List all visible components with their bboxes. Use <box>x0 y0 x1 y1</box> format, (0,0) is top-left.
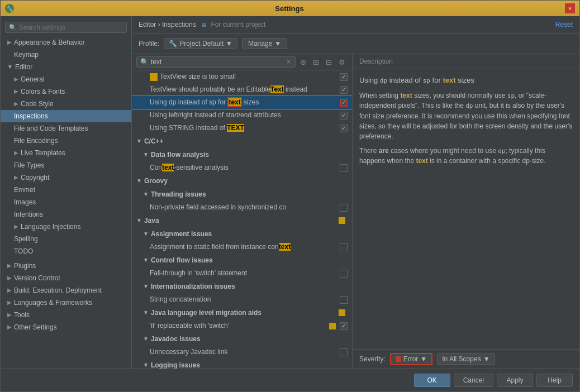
arrow-icon: ▼ <box>136 136 142 147</box>
sidebar-item-other-settings[interactable]: ▶ Other Settings <box>1 321 131 333</box>
sidebar-item-label: Copyright <box>21 173 49 183</box>
sidebar-search-input[interactable] <box>19 23 123 31</box>
filter-button[interactable]: ⊛ <box>298 57 308 68</box>
profile-dropdown[interactable]: 🔧 Project Default ▼ <box>164 38 237 49</box>
sidebar-item-editor[interactable]: ▼ Editor <box>1 61 131 73</box>
sidebar-item-languages-frameworks[interactable]: ▶ Languages & Frameworks <box>1 297 131 309</box>
apply-button[interactable]: Apply <box>497 374 533 387</box>
arrow-icon: ▶ <box>14 222 18 232</box>
category-java[interactable]: ▼ Java <box>132 214 352 227</box>
item-checkbox[interactable] <box>340 164 348 172</box>
list-item[interactable]: String concatenation <box>132 293 352 306</box>
subcategory-assignment[interactable]: ▼ Assignment issues <box>132 227 352 241</box>
item-controls <box>340 125 348 132</box>
sidebar-item-keymap[interactable]: Keymap <box>1 49 131 61</box>
sidebar-item-spelling[interactable]: Spelling <box>1 233 131 245</box>
list-item[interactable]: Assignment to static field from instance… <box>132 241 352 254</box>
list-item[interactable]: TextView size is too small <box>132 70 352 83</box>
item-checkbox[interactable] <box>340 73 348 81</box>
scope-dropdown[interactable]: In All Scopes ▼ <box>437 353 495 365</box>
item-checkbox[interactable] <box>340 243 348 251</box>
sidebar-item-label: Spelling <box>14 234 38 244</box>
subcategory-i18n[interactable]: ▼ Internationalization issues <box>132 280 352 293</box>
item-controls <box>340 243 348 251</box>
ok-button[interactable]: OK <box>414 374 450 387</box>
collapse-button[interactable]: ⊟ <box>324 57 334 68</box>
item-checkbox[interactable] <box>340 99 348 107</box>
clear-search-button[interactable]: × <box>286 58 292 66</box>
list-item[interactable]: Context-sensitive analysis <box>132 161 352 174</box>
item-text: TextView size is too small <box>160 71 236 82</box>
description-paragraph-2: There are cases where you might need to … <box>359 146 573 166</box>
list-item[interactable]: Non-private field accessed in synchroniz… <box>132 201 352 214</box>
list-item[interactable]: Fall-through in 'switch' statement <box>132 267 352 280</box>
item-checkbox[interactable] <box>340 112 348 119</box>
highlight-text: TEXT <box>227 124 244 132</box>
item-checkbox[interactable] <box>340 204 348 212</box>
sidebar-item-plugins[interactable]: ▶ Plugins <box>1 260 131 272</box>
subcategory-label: Internationalization issues <box>151 281 235 292</box>
sidebar-item-todo[interactable]: TODO <box>1 245 131 257</box>
sidebar-item-code-style[interactable]: ▶ Code Style <box>1 98 131 110</box>
description-panel: Description Using dp instead of sp for t… <box>353 54 579 369</box>
dialog-body: 🔍 ▶ Appearance & Behavior Keymap ▼ Edito… <box>1 16 579 369</box>
sidebar-item-file-types[interactable]: File Types <box>1 159 131 171</box>
subcategory-control-flow[interactable]: ▼ Control flow issues <box>132 254 352 267</box>
item-checkbox[interactable] <box>340 125 348 132</box>
item-controls <box>340 73 348 81</box>
sidebar-item-live-templates[interactable]: ▶ Live Templates <box>1 147 131 159</box>
list-item[interactable]: Using STRING instead of TEXT <box>132 122 352 135</box>
sidebar-item-label: Live Templates <box>21 148 65 158</box>
sidebar-item-colors-fonts[interactable]: ▶ Colors & Fonts <box>1 85 131 98</box>
reset-button[interactable]: Reset <box>555 21 573 28</box>
subcategory-logging[interactable]: ▼ Logging issues <box>132 358 352 369</box>
sidebar-item-file-encodings[interactable]: File Encodings <box>1 135 131 147</box>
subcategory-threading[interactable]: ▼ Threading issues <box>132 188 352 201</box>
item-controls <box>340 99 348 107</box>
sidebar-item-appearance[interactable]: ▶ Appearance & Behavior <box>1 36 131 49</box>
sidebar-item-intentions[interactable]: Intentions <box>1 208 131 221</box>
sidebar-item-general[interactable]: ▶ General <box>1 73 131 85</box>
inspections-search-box[interactable]: 🔍 × <box>136 56 296 68</box>
list-item[interactable]: Unnecessary Javadoc link <box>132 346 352 358</box>
severity-indicator <box>339 309 345 316</box>
severity-dropdown[interactable]: Error ▼ <box>390 353 433 365</box>
subcategory-java-lang-migration[interactable]: ▼ Java language level migration aids <box>132 306 352 319</box>
main-split: 🔍 × ⊛ ⊞ ⊟ ⚙ <box>132 54 579 369</box>
subcategory-data-flow[interactable]: ▼ Data flow analysis <box>132 148 352 161</box>
manage-button[interactable]: Manage ▼ <box>242 38 287 49</box>
item-checkbox[interactable] <box>340 86 348 94</box>
item-checkbox[interactable] <box>340 296 348 304</box>
sidebar-item-tools[interactable]: ▶ Tools <box>1 309 131 321</box>
sidebar-item-file-code-templates[interactable]: File and Code Templates <box>1 122 131 135</box>
sidebar-search-box[interactable]: 🔍 <box>5 22 127 33</box>
close-button[interactable]: × <box>565 3 575 13</box>
item-checkbox[interactable] <box>340 270 348 278</box>
sidebar-item-images[interactable]: Images <box>1 196 131 208</box>
sidebar-item-inspections[interactable]: Inspections <box>1 110 131 122</box>
list-item[interactable]: TextView should probably be an EditableT… <box>132 83 352 96</box>
sidebar-item-emmet[interactable]: Emmet <box>1 184 131 196</box>
item-checkbox[interactable] <box>340 322 348 330</box>
category-cplusplus[interactable]: ▼ C/C++ <box>132 135 352 148</box>
sidebar-item-language-injections[interactable]: ▶ Language Injections <box>1 221 131 233</box>
list-item-selected[interactable]: Using dp instead of sp for text sizes <box>132 96 352 109</box>
content-header: Editor › Inspections 🖥 For current proje… <box>132 16 579 34</box>
sidebar-item-build-execution[interactable]: ▶ Build, Execution, Deployment <box>1 284 131 297</box>
expand-button[interactable]: ⊞ <box>311 57 321 68</box>
help-button[interactable]: Help <box>536 374 573 387</box>
inspections-search-input[interactable] <box>151 58 286 66</box>
search-icon: 🔍 <box>9 24 17 31</box>
settings-button[interactable]: ⚙ <box>336 57 348 68</box>
category-groovy[interactable]: ▼ Groovy <box>132 174 352 188</box>
subcategory-javadoc[interactable]: ▼ Javadoc issues <box>132 332 352 346</box>
sidebar-item-version-control[interactable]: ▶ Version Control <box>1 272 131 284</box>
highlight-text: text <box>279 243 291 251</box>
cancel-button[interactable]: Cancel <box>454 374 493 387</box>
arrow-icon: ▶ <box>14 74 18 84</box>
sidebar-item-copyright[interactable]: ▶ Copyright <box>1 171 131 184</box>
arrow-icon: ▶ <box>7 322 12 332</box>
list-item[interactable]: 'if' replaceable with 'switch' <box>132 319 352 332</box>
list-item[interactable]: Using left/right instead of start/end at… <box>132 109 352 122</box>
item-checkbox[interactable] <box>340 348 348 356</box>
